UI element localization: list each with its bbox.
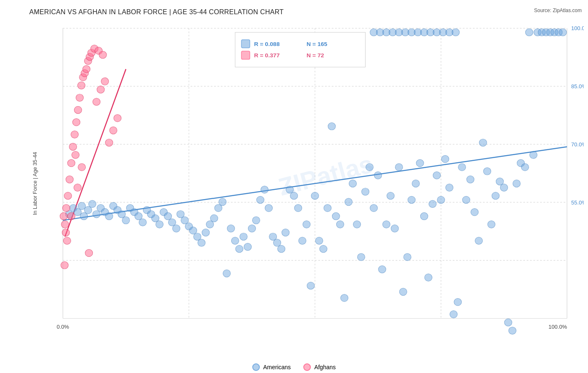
svg-point-195: [114, 115, 121, 122]
svg-point-125: [471, 208, 478, 216]
chart-legend: Americans Afghans: [252, 363, 336, 371]
svg-point-42: [122, 217, 130, 224]
svg-point-114: [424, 274, 432, 281]
svg-point-190: [67, 212, 75, 220]
svg-point-127: [479, 139, 487, 146]
svg-point-181: [61, 221, 69, 228]
svg-point-108: [399, 288, 407, 296]
svg-text:In Labor Force | Age 35-44: In Labor Force | Age 35-44: [32, 152, 38, 215]
svg-point-103: [378, 266, 386, 273]
svg-point-111: [412, 180, 419, 187]
svg-point-185: [78, 164, 86, 171]
svg-point-61: [202, 229, 210, 236]
svg-point-86: [307, 282, 314, 289]
svg-point-101: [370, 204, 378, 212]
svg-point-107: [395, 164, 403, 171]
svg-point-166: [71, 131, 78, 138]
legend-item-afghans: Afghans: [303, 363, 335, 371]
svg-point-67: [227, 225, 235, 232]
svg-point-84: [299, 237, 306, 245]
svg-text:55.0%: 55.0%: [571, 199, 584, 206]
svg-point-170: [78, 82, 85, 89]
svg-point-95: [345, 198, 352, 206]
svg-point-106: [391, 225, 399, 232]
svg-point-83: [294, 204, 302, 212]
svg-text:R = 0.088: R = 0.088: [254, 41, 280, 47]
svg-point-121: [454, 298, 462, 306]
svg-point-90: [324, 204, 331, 212]
svg-point-193: [105, 139, 113, 146]
svg-text:85.0%: 85.0%: [571, 83, 584, 89]
svg-point-76: [265, 204, 273, 212]
svg-point-130: [492, 192, 499, 199]
svg-point-91: [328, 123, 335, 130]
svg-point-65: [219, 198, 226, 206]
svg-text:100.0%: 100.0%: [549, 324, 567, 330]
svg-point-132: [500, 184, 508, 192]
svg-point-124: [467, 176, 474, 183]
svg-point-189: [72, 151, 79, 159]
svg-point-167: [72, 119, 80, 126]
svg-rect-19: [235, 32, 365, 67]
svg-point-100: [366, 164, 373, 171]
svg-point-133: [504, 319, 512, 326]
svg-point-38: [105, 212, 113, 220]
legend-label-afghans: Afghans: [314, 364, 335, 370]
svg-text:R = 0.377: R = 0.377: [254, 52, 280, 59]
svg-point-89: [320, 245, 327, 253]
svg-point-173: [83, 65, 90, 73]
svg-point-85: [303, 221, 310, 228]
svg-point-46: [139, 219, 146, 226]
svg-point-70: [240, 233, 247, 240]
svg-point-138: [525, 29, 533, 36]
legend-circle-americans: [252, 363, 260, 371]
svg-point-160: [452, 29, 460, 36]
svg-point-72: [248, 225, 256, 232]
svg-point-66: [223, 270, 230, 277]
svg-point-164: [67, 159, 75, 167]
svg-point-109: [404, 253, 411, 261]
svg-point-75: [261, 186, 268, 194]
svg-point-110: [408, 196, 415, 204]
svg-point-183: [63, 237, 71, 245]
chart-container: AMERICAN VS AFGHAN IN LABOR FORCE | AGE …: [0, 0, 588, 373]
svg-point-79: [278, 245, 285, 253]
chart-title: AMERICAN VS AFGHAN IN LABOR FORCE | AGE …: [29, 8, 584, 16]
legend-circle-afghans: [303, 363, 311, 371]
svg-point-165: [69, 143, 77, 151]
svg-point-71: [244, 243, 251, 251]
svg-rect-20: [241, 40, 250, 48]
svg-point-94: [340, 294, 348, 302]
svg-point-68: [231, 237, 239, 245]
svg-point-117: [437, 196, 445, 204]
svg-rect-23: [241, 51, 250, 59]
chart-area: In Labor Force | Age 35-44 100.0% 85.0% …: [29, 20, 584, 343]
svg-point-162: [64, 192, 72, 199]
svg-point-80: [282, 229, 289, 236]
svg-point-113: [420, 212, 428, 220]
svg-point-119: [446, 184, 453, 192]
svg-point-105: [387, 192, 394, 199]
svg-point-115: [429, 200, 436, 208]
legend-item-americans: Americans: [252, 363, 291, 371]
svg-point-118: [441, 155, 449, 163]
svg-point-169: [76, 94, 84, 102]
svg-point-93: [336, 221, 344, 228]
svg-point-60: [198, 239, 205, 247]
svg-point-122: [458, 164, 466, 171]
svg-point-96: [349, 180, 356, 187]
svg-point-182: [62, 229, 69, 236]
svg-point-180: [60, 212, 67, 220]
svg-point-63: [210, 215, 218, 222]
svg-point-34: [89, 200, 96, 208]
svg-text:N = 165: N = 165: [307, 41, 327, 47]
svg-point-134: [509, 327, 516, 335]
svg-point-99: [362, 188, 369, 196]
scatter-chart: In Labor Force | Age 35-44 100.0% 85.0% …: [29, 20, 584, 343]
svg-point-98: [358, 253, 365, 261]
svg-point-74: [256, 196, 264, 204]
svg-point-126: [475, 237, 483, 245]
svg-text:70.0%: 70.0%: [571, 141, 584, 148]
svg-point-87: [311, 192, 319, 199]
svg-point-161: [62, 204, 70, 212]
